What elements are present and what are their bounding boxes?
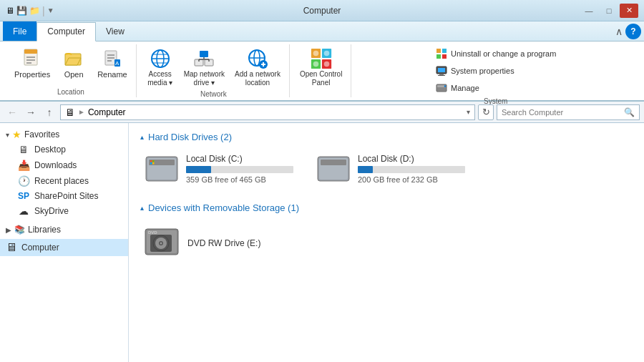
removable-section-header: Devices with Removable Storage (1) [140, 202, 633, 213]
desktop-icon: 🖥 [17, 144, 30, 155]
drive-c-name: Local Disk (C:) [186, 154, 293, 164]
address-computer-label: Computer [88, 107, 126, 117]
access-media-label: Accessmedia ▾ [147, 70, 172, 87]
uninstall-label: Uninstall or change a program [451, 49, 556, 58]
drive-d-name: Local Disk (D:) [358, 154, 465, 164]
drive-d-info: Local Disk (D:) 200 GB free of 232 GB [358, 154, 465, 184]
tab-computer[interactable]: Computer [36, 22, 96, 41]
map-network-icon [192, 47, 215, 70]
add-location-icon [246, 47, 269, 70]
sidebar-item-downloads[interactable]: 📥 Downloads [0, 157, 128, 173]
map-network-label: Map networkdrive ▾ [184, 70, 225, 87]
network-group-label: Network [200, 89, 227, 98]
computer-sidebar-icon: 🖥 [6, 241, 17, 254]
rename-icon: A [101, 47, 124, 70]
libraries-icon: 📚 [14, 225, 25, 235]
title-bar: 🖥 💾 📁 | ▼ Computer — □ ✕ [0, 0, 644, 21]
properties-button[interactable]: Properties [11, 46, 53, 80]
refresh-button[interactable]: ↻ [478, 104, 494, 120]
manage-button[interactable]: Manage [431, 80, 560, 96]
drive-c-info: Local Disk (C:) 359 GB free of 465 GB [186, 154, 293, 184]
drive-d-icon-container [316, 154, 351, 184]
drive-d-bar [358, 166, 373, 173]
uninstall-button[interactable]: Uninstall or change a program [431, 46, 560, 62]
open-button[interactable]: Open [57, 46, 90, 80]
sidebar-item-desktop[interactable]: 🖥 Desktop [0, 142, 128, 157]
back-button[interactable]: ← [4, 104, 20, 120]
sidebar-item-skydrive[interactable]: ☁ SkyDrive [0, 203, 128, 219]
control-panel-icon [310, 47, 333, 70]
downloads-label: Downloads [34, 160, 77, 170]
sidebar: ▾ ★ Favorites 🖥 Desktop 📥 Downloads 🕐 Re… [0, 123, 129, 362]
add-location-button[interactable]: Add a networklocation [232, 46, 283, 89]
svg-rect-43 [438, 68, 445, 72]
rename-button[interactable]: A Rename [94, 46, 130, 80]
up-button[interactable]: ↑ [42, 104, 57, 120]
main-content: ▾ ★ Favorites 🖥 Desktop 📥 Downloads 🕐 Re… [0, 123, 644, 362]
ribbon-group-control: Open ControlPanel [291, 44, 351, 97]
libraries-label: Libraries [28, 225, 61, 235]
drive-d-bar-bg [358, 166, 465, 173]
svg-rect-39 [442, 49, 447, 53]
maximize-button[interactable]: □ [600, 4, 618, 18]
content-area: Hard Disk Drives (2) [129, 123, 644, 362]
favorites-icon: ★ [12, 129, 21, 140]
recent-label: Recent places [34, 176, 89, 186]
svg-text:DVD: DVD [148, 230, 157, 235]
titlebar-icon4: ▼ [47, 6, 54, 14]
ribbon-tabs: File Computer View ∧ ? [0, 21, 644, 41]
search-icon[interactable]: 🔍 [624, 107, 635, 117]
dvd-info: DVD RW Drive (E:) [187, 238, 260, 248]
tab-file[interactable]: File [3, 21, 36, 41]
sidebar-item-sharepoint[interactable]: SP SharePoint Sites [0, 189, 128, 203]
close-button[interactable]: ✕ [620, 4, 638, 18]
open-control-label: Open ControlPanel [300, 70, 342, 87]
rename-label: Rename [97, 70, 127, 79]
ribbon-group-location-items: Properties Open [11, 46, 130, 87]
open-control-panel-button[interactable]: Open ControlPanel [297, 46, 345, 89]
sidebar-section-libraries: ▶ 📚 Libraries [0, 222, 128, 236]
sidebar-item-recent[interactable]: 🕐 Recent places [0, 173, 128, 189]
map-network-button[interactable]: Map networkdrive ▾ [181, 46, 228, 89]
drives-row: Local Disk (C:) 359 GB free of 465 GB [140, 150, 633, 188]
favorites-arrow: ▾ [6, 131, 9, 139]
ribbon-system-items: Uninstall or change a program System pro… [431, 46, 560, 96]
drive-c[interactable]: Local Disk (C:) 359 GB free of 465 GB [140, 150, 298, 188]
ribbon-network-items: Accessmedia ▾ Map networkdrive ▾ [144, 46, 283, 89]
svg-rect-53 [150, 160, 152, 162]
access-media-button[interactable]: Accessmedia ▾ [144, 46, 177, 89]
system-props-label: System properties [451, 67, 514, 75]
help-button[interactable]: ? [625, 24, 641, 39]
drive-c-icon-container [145, 154, 179, 184]
sidebar-item-computer[interactable]: 🖥 Computer [0, 239, 128, 256]
dvd-drive[interactable]: DVD DVD RW Drive (E:) [140, 220, 633, 265]
manage-icon [435, 82, 448, 94]
sharepoint-icon: SP [17, 191, 30, 201]
address-dropdown-arrow[interactable]: ▾ [467, 108, 470, 116]
svg-rect-54 [152, 160, 155, 162]
drive-c-bar-bg [186, 166, 293, 173]
titlebar-icon3: 📁 [29, 6, 40, 16]
minimize-button[interactable]: — [580, 4, 598, 18]
svg-text:A: A [115, 60, 119, 67]
search-box[interactable]: 🔍 [497, 104, 640, 120]
svg-point-36 [313, 62, 318, 67]
drive-c-bar [186, 166, 211, 173]
tab-view[interactable]: View [96, 21, 135, 41]
window-title: Computer [303, 6, 341, 16]
search-input[interactable] [502, 108, 624, 117]
svg-point-66 [160, 243, 162, 245]
ribbon-control-items: Open ControlPanel [297, 46, 345, 96]
svg-point-35 [323, 51, 329, 57]
address-path[interactable]: 🖥 ► Computer ▾ [60, 104, 475, 120]
system-props-button[interactable]: System properties [431, 63, 560, 79]
downloads-icon: 📥 [17, 160, 30, 171]
skydrive-icon: ☁ [17, 205, 30, 217]
hdd-c-icon [145, 154, 179, 184]
address-chevron: ► [78, 108, 85, 116]
ribbon-chevron[interactable]: ∧ [615, 26, 625, 37]
computer-sidebar-label: Computer [21, 243, 59, 253]
forward-button[interactable]: → [23, 104, 39, 120]
drive-d[interactable]: Local Disk (D:) 200 GB free of 232 GB [312, 150, 469, 188]
svg-rect-55 [150, 162, 152, 165]
